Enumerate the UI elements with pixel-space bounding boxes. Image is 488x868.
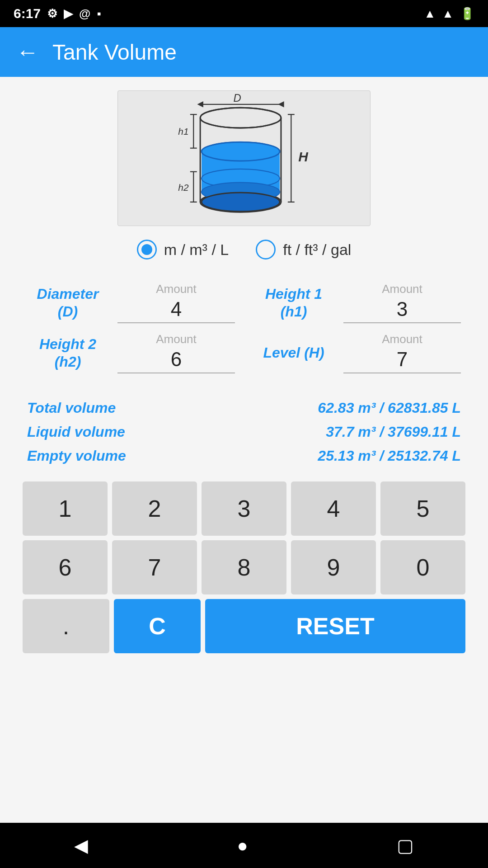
key-3[interactable]: 3: [202, 481, 286, 536]
key-clear[interactable]: C: [114, 599, 201, 653]
at-icon: @: [79, 7, 90, 21]
level-input-wrap[interactable]: Amount 7: [343, 332, 461, 373]
svg-text:H: H: [298, 149, 309, 164]
key-4[interactable]: 4: [291, 481, 376, 536]
imperial-radio[interactable]: ft / ft³ / gal: [256, 240, 351, 259]
keypad-row2: 6 7 8 9 0: [18, 540, 470, 594]
key-reset[interactable]: RESET: [205, 599, 465, 653]
total-volume-value: 62.83 m³ / 62831.85 L: [318, 400, 461, 416]
svg-point-24: [200, 108, 281, 128]
key-7[interactable]: 7: [112, 540, 197, 594]
height1-amount-label: Amount: [382, 282, 422, 296]
status-time: 6:17: [14, 6, 41, 21]
play-icon: ▶: [64, 7, 73, 21]
height2-input-wrap[interactable]: Amount 6: [117, 332, 235, 373]
svg-text:h1: h1: [178, 126, 188, 137]
level-amount-label: Amount: [382, 332, 422, 346]
empty-volume-label: Empty volume: [27, 448, 126, 464]
diameter-amount-label: Amount: [156, 282, 197, 296]
level-label: Level (H): [253, 344, 334, 361]
key-1[interactable]: 1: [23, 481, 108, 536]
tank-diagram: D h1 H h2: [117, 90, 371, 226]
keypad-row1: 1 2 3 4 5: [18, 481, 470, 536]
diameter-value[interactable]: 4: [117, 298, 235, 323]
results-section: Total volume 62.83 m³ / 62831.85 L Liqui…: [18, 392, 470, 477]
empty-volume-row: Empty volume 25.13 m³ / 25132.74 L: [27, 444, 461, 468]
key-2[interactable]: 2: [112, 481, 197, 536]
level-value[interactable]: 7: [343, 348, 461, 373]
status-right: ▲ ▲ 🔋: [424, 7, 474, 21]
svg-point-22: [202, 193, 280, 212]
nav-recent-icon[interactable]: ▢: [397, 835, 414, 856]
signal-icon: ▲: [442, 7, 454, 21]
diameter-cell: Diameter(D) Amount 4: [18, 278, 244, 328]
svg-text:h2: h2: [178, 182, 189, 193]
main-content: D h1 H h2: [0, 77, 488, 823]
height2-value[interactable]: 6: [117, 348, 235, 373]
imperial-label: ft / ft³ / gal: [283, 241, 351, 259]
diameter-input-wrap[interactable]: Amount 4: [117, 282, 235, 323]
liquid-volume-row: Liquid volume 37.7 m³ / 37699.11 L: [27, 420, 461, 444]
key-dot[interactable]: .: [23, 599, 109, 653]
card-icon: ▪: [97, 7, 101, 21]
battery-icon: 🔋: [460, 7, 474, 21]
status-bar: 6:17 ⚙ ▶ @ ▪ ▲ ▲ 🔋: [0, 0, 488, 27]
wifi-icon: ▲: [424, 7, 436, 21]
key-5[interactable]: 5: [380, 481, 465, 536]
height2-cell: Height 2(h2) Amount 6: [18, 328, 244, 378]
imperial-radio-circle[interactable]: [256, 240, 276, 259]
total-volume-label: Total volume: [27, 400, 116, 416]
empty-volume-value: 25.13 m³ / 25132.74 L: [318, 448, 461, 464]
height1-value[interactable]: 3: [343, 298, 461, 323]
key-8[interactable]: 8: [202, 540, 286, 594]
app-bar: ← Tank Volume: [0, 27, 488, 77]
nav-home-icon[interactable]: ●: [237, 835, 248, 856]
input-grid: Diameter(D) Amount 4 Height 1(h1) Amount…: [18, 278, 470, 378]
status-left: 6:17 ⚙ ▶ @ ▪: [14, 6, 101, 21]
unit-toggle: m / m³ / L ft / ft³ / gal: [137, 240, 352, 259]
settings-icon: ⚙: [47, 7, 57, 21]
metric-radio[interactable]: m / m³ / L: [137, 240, 229, 259]
back-button[interactable]: ←: [16, 39, 39, 65]
nav-bar: ◀ ● ▢: [0, 823, 488, 868]
key-6[interactable]: 6: [23, 540, 108, 594]
svg-text:D: D: [233, 92, 241, 104]
height1-cell: Height 1(h1) Amount 3: [244, 278, 470, 328]
diameter-label: Diameter(D): [27, 285, 108, 320]
metric-label: m / m³ / L: [164, 241, 229, 259]
height1-label: Height 1(h1): [253, 285, 334, 320]
height1-input-wrap[interactable]: Amount 3: [343, 282, 461, 323]
nav-back-icon[interactable]: ◀: [74, 835, 88, 856]
liquid-volume-label: Liquid volume: [27, 424, 125, 440]
height2-amount-label: Amount: [156, 332, 197, 346]
level-cell: Level (H) Amount 7: [244, 328, 470, 378]
total-volume-row: Total volume 62.83 m³ / 62831.85 L: [27, 396, 461, 420]
liquid-volume-value: 37.7 m³ / 37699.11 L: [326, 424, 461, 440]
app-title: Tank Volume: [52, 40, 177, 65]
height2-label: Height 2(h2): [27, 335, 108, 370]
key-9[interactable]: 9: [291, 540, 376, 594]
metric-radio-circle[interactable]: [137, 240, 157, 259]
keypad-bottom: . C RESET: [18, 599, 470, 653]
key-0[interactable]: 0: [380, 540, 465, 594]
